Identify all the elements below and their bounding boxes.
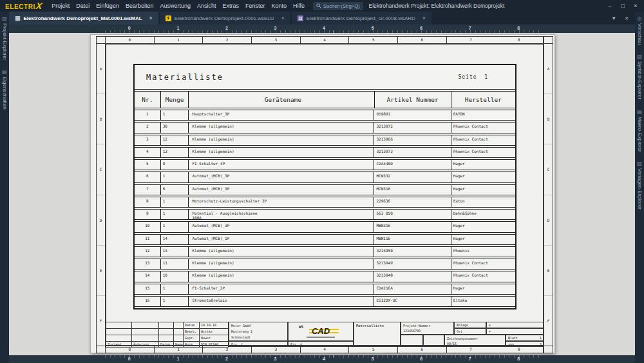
rail-tab-projekt-explorer[interactable]: ▤ Projekt-Explorer: [2, 15, 8, 60]
wscad-tagline-bar: [307, 337, 335, 338]
table-row: 11 14 Automat_(MCB)_1P MBN116 Hager: [135, 234, 515, 245]
frame-column-number: 3: [252, 37, 301, 43]
ruler-number: 1: [154, 25, 203, 33]
ruler-number: 6: [397, 355, 446, 363]
table-title: Materialliste: [146, 73, 223, 82]
frame-column-number: 4: [301, 346, 350, 353]
tab-group-close-icon[interactable]: ×: [625, 15, 629, 22]
table-body: 1 1 Hauptschalter_3P 019891 EATON 2 30 K…: [135, 108, 515, 307]
table-row: 2 30 Klemme (allgemein) 3213972 Phoenix …: [135, 122, 515, 133]
menu-item[interactable]: Auswertung: [156, 0, 194, 12]
tab-label: Elektrohandwerk Demoprojekt_Mat.0001.wsM…: [24, 15, 142, 21]
table-row: 5 8 FI-Schalter_4P CDA440D Hager: [135, 159, 515, 170]
tab-close-icon[interactable]: ×: [422, 15, 426, 21]
ruler-number: 5: [348, 355, 397, 363]
table-row: 16 1 Stromstoßrelais ES12DX-UC Eltako: [135, 296, 515, 307]
frame-row-letter: F: [97, 296, 105, 346]
document-type-cell: Materialliste: [354, 322, 401, 347]
ers-f-cell: Ers. f.: [229, 341, 288, 348]
menu-item[interactable]: Extras: [219, 0, 242, 12]
drawing-frame: 012345678 ABCDEF ABCDEF 012345678 Materi…: [96, 36, 553, 353]
sheet-number-cell: Blatt1: [506, 335, 544, 341]
search-input[interactable]: Suchen (Strg+Q): [313, 2, 363, 10]
table-row: 4 13 Klemme (allgemein) 3213973 Phoenix …: [135, 147, 515, 158]
window-title: Elektrohandwerk Projekt: Elektrohandwerk…: [369, 3, 505, 9]
ruler-number: 6: [397, 25, 446, 33]
app-logo-text: ELECTRI: [5, 3, 35, 10]
document-tab-wsmal[interactable]: ▦ Elektrohandwerk Demoprojekt_Mat.0001.w…: [9, 12, 158, 25]
horizontal-ruler-bottom: 012345678: [9, 355, 635, 363]
ruler-number: 2: [202, 25, 251, 33]
frame-row-letter: D: [97, 195, 105, 246]
menu-item[interactable]: Hilfe: [290, 0, 308, 12]
table-row: 12 13 Klemme (allgemein) 3213950 Phoenix: [135, 246, 515, 257]
frame-column-number: 1: [155, 37, 204, 43]
ruler-number: 0: [105, 355, 154, 363]
rail-tab-eigenschaften[interactable]: ▤ Eigenschaften: [2, 69, 8, 110]
ruler-number: 8: [495, 25, 544, 33]
window-controls: – □ ×: [604, 0, 644, 12]
tabbar-controls: ▼ ×: [611, 12, 635, 25]
minimize-button[interactable]: –: [604, 0, 616, 12]
drawing-canvas[interactable]: 012345678 012345678 ABCDEF ABCDEF 012345…: [9, 25, 635, 363]
frame-row-letter: A: [544, 44, 553, 94]
menu-item[interactable]: Konto: [269, 0, 290, 12]
symbol-explorer-icon: ▤: [637, 54, 643, 59]
frame-row-strip-right: ABCDEF: [544, 44, 553, 346]
sheet-total-cell: von3: [506, 341, 544, 348]
document-tab-wsard[interactable]: Elektrohandwerk Demoprojekt_Gr.0008.wsAR…: [292, 12, 431, 25]
app-logo-x: X: [35, 1, 43, 11]
document-tab-wseld[interactable]: Elektrohandwerk Demoprojekt.0001.wsELD ×: [160, 12, 290, 25]
column-header-nr: Nr.: [135, 92, 161, 108]
tab-close-icon[interactable]: ×: [281, 15, 285, 21]
frame-row-letter: B: [97, 94, 105, 144]
wscad-logo: WS CAD: [288, 322, 354, 341]
menu-item[interactable]: Fenster: [242, 0, 269, 12]
rail-tab-makro-explorer[interactable]: ▤ Makro-Explorer: [637, 109, 643, 152]
ruler-number: 0: [105, 25, 154, 33]
rail-tab-vorschau[interactable]: ◎ Vorschau: [637, 15, 643, 44]
frame-column-strip-top: 012345678: [97, 37, 553, 44]
ruler-number: 3: [251, 25, 300, 33]
tab-close-icon[interactable]: ×: [149, 15, 153, 21]
table-row: 6 1 Automat_(MCB)_3P MCN332 Hager: [135, 172, 515, 182]
anlage-label-cell: Anlage: [454, 322, 486, 328]
anlage-value-cell: =: [486, 322, 544, 328]
menubar: ProjektDateiEinfügenBearbeitenAuswertung…: [48, 0, 308, 12]
schematic-icon: [166, 15, 171, 21]
ruler-number: 2: [202, 355, 251, 363]
ers-d-cell: Ers. d.: [288, 341, 354, 348]
ruler-number: 4: [299, 355, 348, 363]
frame-row-letter: F: [544, 296, 553, 346]
frame-column-number: 6: [398, 37, 447, 43]
tab-list-dropdown-icon[interactable]: ▼: [611, 15, 616, 21]
search-placeholder: Suchen (Strg+Q): [323, 3, 359, 9]
frame-row-letter: B: [544, 94, 553, 144]
close-button[interactable]: ×: [630, 0, 641, 12]
frame-column-number: 5: [349, 346, 398, 353]
maximize-button[interactable]: □: [617, 0, 629, 12]
frame-column-number: 2: [203, 37, 252, 43]
menu-item[interactable]: Projekt: [48, 0, 73, 12]
menu-item[interactable]: Datei: [73, 0, 93, 12]
frame-row-letter: E: [97, 246, 105, 296]
left-panel-rail: ▤ Projekt-Explorer ▤ Eigenschaften: [0, 12, 9, 363]
frame-column-number: 5: [349, 37, 398, 43]
rail-tab-vorlagen-explorer[interactable]: ▤ Vorlagen-Explorer: [637, 161, 643, 210]
ort-label-cell: Ort: [454, 328, 486, 335]
column-header-hersteller: Hersteller: [451, 92, 515, 108]
ruler-number: 7: [446, 25, 495, 33]
title-block: Datum18.10.18 Bearb.Wittke Gepr.Huwer Zu…: [106, 322, 544, 347]
menu-item[interactable]: Einfügen: [93, 0, 122, 12]
frame-row-letter: D: [544, 195, 553, 246]
document-tabbar: ▦ Elektrohandwerk Demoprojekt_Mat.0001.w…: [9, 12, 635, 25]
menu-item[interactable]: Ansicht: [194, 0, 220, 12]
rail-tab-symbol-explorer[interactable]: ▤ Symbol-Explorer: [637, 54, 643, 99]
project-number-cell: Projekt-Nummer 123456789: [401, 322, 454, 335]
frame-column-number: 4: [301, 37, 350, 43]
frame-column-number: 7: [447, 37, 495, 43]
cabinet-layout-icon: [298, 15, 303, 21]
ruler-cursor-marker: [333, 355, 334, 358]
menu-item[interactable]: Bearbeiten: [122, 0, 157, 12]
ruler-number: 5: [348, 25, 397, 33]
